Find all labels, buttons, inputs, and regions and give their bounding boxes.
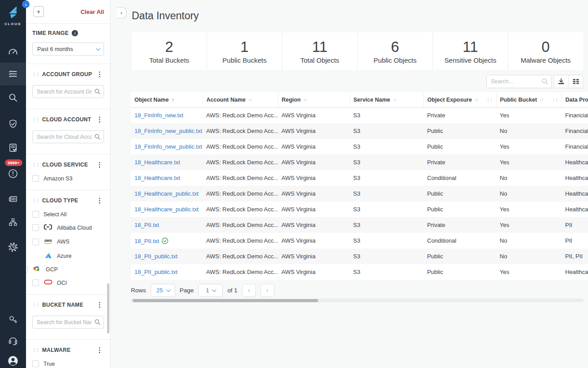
cell-data-profile: Healthcare <box>562 264 588 280</box>
bucket-name-search-input[interactable] <box>32 316 104 329</box>
time-range-select[interactable]: Past 6 months <box>32 43 104 56</box>
malware-true-checkbox[interactable] <box>32 360 39 367</box>
info-icon[interactable]: i <box>72 30 78 36</box>
alerts-count-badge: 9999+ <box>5 159 22 166</box>
account-group-label: ACCOUNT GROUP <box>42 71 92 77</box>
cloud-type-menu-icon[interactable]: ⋮ <box>95 197 104 205</box>
horizontal-scrollbar-thumb[interactable] <box>133 299 318 302</box>
download-button[interactable] <box>554 75 568 88</box>
object-link[interactable]: 18_FinInfo_new_public.txt <box>134 128 202 134</box>
cell-data-profile: Healthcare <box>562 186 588 201</box>
time-range-value: Past 6 months <box>37 46 73 52</box>
drag-handle-icon[interactable]: ⋮⋮ <box>32 117 39 122</box>
nav-profile[interactable] <box>0 352 26 368</box>
stat-value: 0 <box>541 39 549 56</box>
object-link[interactable]: 18_PII.txt <box>134 238 159 244</box>
cell-data-profile: Healthcare <box>562 201 588 217</box>
drag-handle-icon[interactable]: ⋮⋮ <box>32 72 39 77</box>
object-link[interactable]: 18_Healthcare.txt <box>134 175 180 181</box>
filter-panel-scrollbar[interactable] <box>107 283 109 334</box>
cell-exposure: Public <box>424 186 496 201</box>
alibaba-checkbox[interactable] <box>32 224 39 231</box>
filter-panel-pin-icon[interactable]: › <box>22 0 30 8</box>
account-group-search-input[interactable] <box>32 85 104 98</box>
column-header-service-name[interactable]: Service Name↓↑ <box>350 92 424 107</box>
column-header-region[interactable]: Region↓↑ <box>278 92 350 107</box>
aws-checkbox[interactable] <box>32 239 39 245</box>
nav-access-keys[interactable] <box>0 311 26 329</box>
container-icon <box>8 193 18 204</box>
account-group-menu-icon[interactable]: ⋮ <box>95 70 104 78</box>
previous-page-button[interactable]: ‹ <box>242 284 256 297</box>
drag-handle-icon[interactable]: ⋮⋮ <box>32 303 39 307</box>
column-header-data-profile[interactable]: Data Profile↓↑ <box>562 92 588 107</box>
stat-sensitive-objects: 11 Sensitive Objects <box>432 32 508 70</box>
nav-support[interactable] <box>0 331 26 349</box>
pagination: Rows 25 Page 1 of 1 ‹ › <box>131 283 274 297</box>
amazon-s3-checkbox[interactable] <box>32 175 39 182</box>
bucket-name-menu-icon[interactable]: ⋮ <box>95 301 104 309</box>
cloud-service-menu-icon[interactable]: ⋮ <box>95 161 104 169</box>
column-header-object-exposure[interactable]: Object Exposure↓↑⋮⋮ <box>424 92 496 107</box>
nav-alerts[interactable] <box>0 165 26 183</box>
object-link[interactable]: 18_Healthcare_public.txt <box>134 206 199 213</box>
column-settings-button[interactable] <box>568 75 583 88</box>
stat-value: 11 <box>312 39 327 56</box>
object-link[interactable]: 18_Healthcare.txt <box>134 159 180 166</box>
rows-per-page-select[interactable]: 25 <box>151 284 175 297</box>
object-link[interactable]: 18_PII_public.txt <box>134 253 177 260</box>
cell-exposure: Public <box>424 201 496 217</box>
object-link[interactable]: 18_PII.txt <box>134 222 159 228</box>
table-row: 18_Healthcare_public.txt AWS: RedLock De… <box>131 186 588 201</box>
select-all-checkbox[interactable] <box>32 211 39 218</box>
object-link[interactable]: 18_FinInfo_new.txt <box>134 112 183 119</box>
nav-compliance[interactable] <box>0 139 26 157</box>
key-icon <box>8 315 18 325</box>
filter-panel: + Clear All TIME RANGE i Past 6 months ⋮… <box>26 0 111 368</box>
object-link[interactable]: 18_PII_public.txt <box>134 269 177 275</box>
add-filter-button[interactable]: + <box>33 6 44 17</box>
cell-account-name: AWS: RedLock Demo Acc... <box>203 233 278 248</box>
next-page-button[interactable]: › <box>260 284 274 297</box>
nav-network[interactable] <box>0 213 26 231</box>
option-label: Alibaba Cloud <box>57 225 92 231</box>
cell-region: AWS Virginia <box>278 170 350 186</box>
nav-investigate[interactable] <box>0 89 26 107</box>
cell-data-profile: PII <box>562 233 588 248</box>
cell-account-name: AWS: RedLock Demo Acc... <box>203 264 278 280</box>
column-header-public-bucket[interactable]: Public Bucket↓↑⋮⋮ <box>496 92 562 107</box>
page-number-select[interactable]: 1 <box>198 284 223 297</box>
nav-policies[interactable] <box>0 115 26 133</box>
drag-handle-icon[interactable]: ⋮⋮ <box>32 198 39 203</box>
drag-handle-icon[interactable]: ⋮⋮ <box>32 163 39 167</box>
gcp-checkbox[interactable] <box>32 279 39 286</box>
cell-account-name: AWS: RedLock Demo Acc... <box>203 107 278 123</box>
cloud-service-option: Amazon S3 <box>32 175 104 182</box>
left-nav: CLOUD 9999+ <box>0 0 26 368</box>
table-toolbar <box>486 75 583 88</box>
column-header-object-name[interactable]: Object Name↑ <box>131 92 203 107</box>
nav-inventory[interactable] <box>0 65 26 83</box>
clear-all-filters-link[interactable]: Clear All <box>81 9 104 15</box>
search-icon <box>94 319 101 325</box>
column-drag-handle-icon[interactable]: ⋮⋮ <box>552 98 558 102</box>
cloud-account-search-input[interactable] <box>32 130 104 143</box>
column-drag-handle-icon[interactable]: ⋮⋮ <box>486 98 493 102</box>
cell-region: AWS Virginia <box>278 248 350 264</box>
cell-exposure: Conditional <box>424 170 496 186</box>
drag-handle-icon[interactable]: ⋮⋮ <box>32 348 39 352</box>
cloud-account-menu-icon[interactable]: ⋮ <box>95 116 104 124</box>
nav-settings[interactable] <box>0 238 26 256</box>
chevron-down-icon <box>212 287 216 292</box>
nav-dashboard[interactable] <box>0 43 26 61</box>
malware-menu-icon[interactable]: ⋮ <box>95 346 104 354</box>
collapse-filter-panel-button[interactable]: ‹ <box>117 7 126 18</box>
cloud-type-option: OCI <box>32 279 104 286</box>
cell-service: S3 <box>350 123 424 139</box>
object-link[interactable]: 18_Healthcare_public.txt <box>134 190 199 197</box>
app-logo[interactable]: CLOUD <box>0 5 26 26</box>
object-link[interactable]: 18_FinInfo_new_public.txt <box>134 143 202 150</box>
column-header-account-name[interactable]: Account Name↓↑ <box>203 92 278 107</box>
cell-data-profile: Financial <box>562 139 588 154</box>
nav-compute[interactable] <box>0 190 26 208</box>
